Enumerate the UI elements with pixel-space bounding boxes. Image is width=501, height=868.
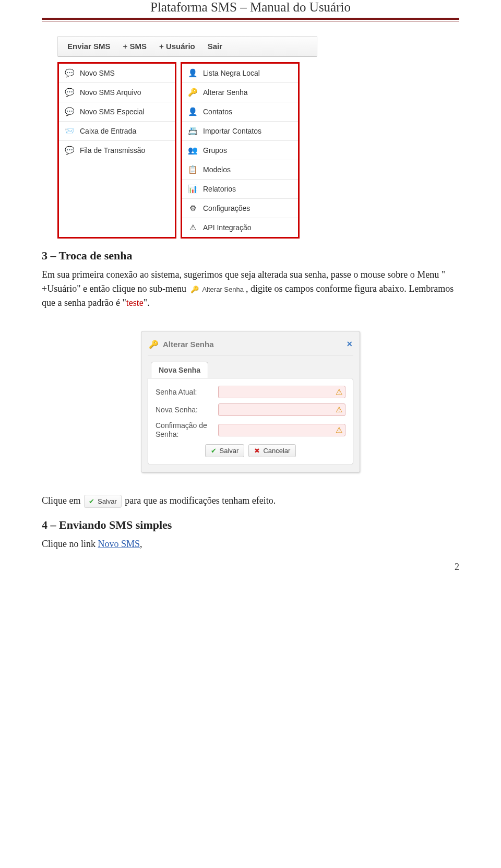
section-3-heading: 3 – Troca de senha	[42, 249, 459, 263]
section-3-paragraph: Em sua primeira conexão ao sistema, suge…	[42, 268, 459, 310]
figure-menus: Enviar SMS + SMS + Usuário Sair 💬 Novo S…	[57, 36, 459, 239]
menu-item-label: Contatos	[203, 108, 232, 116]
menu-item-label: API Integração	[203, 223, 252, 232]
menu-item-label: Importar Contatos	[203, 127, 261, 135]
nav-plus-usuario[interactable]: + Usuário	[159, 42, 195, 51]
menu-item-lista-negra[interactable]: 👤 Lista Negra Local	[182, 64, 298, 83]
button-label: Salvar	[220, 447, 239, 455]
import-icon: 📇	[187, 126, 198, 136]
text: ,	[140, 539, 142, 549]
menu-item-label: Relatorios	[203, 185, 236, 193]
alterar-senha-dialog: 🔑 Alterar Senha × Nova Senha Senha Atual…	[141, 331, 360, 473]
header-rule-thin	[42, 21, 459, 21]
menu-item-api-integracao[interactable]: ⚠ API Integração	[182, 218, 298, 237]
text: ".	[144, 298, 150, 308]
text: Clique em	[42, 495, 83, 506]
doc-header-title: Plataforma SMS – Manual do Usuário	[42, 0, 459, 18]
check-icon: ✔	[211, 447, 217, 455]
close-icon[interactable]: ×	[347, 339, 352, 350]
inline-chip-label: Alterar Senha	[202, 284, 244, 295]
menu-item-novo-sms-arquivo[interactable]: 💬 Novo SMS Arquivo	[59, 83, 175, 102]
chart-icon: 📊	[187, 184, 198, 194]
menu-item-novo-sms-especial[interactable]: 💬 Novo SMS Especial	[59, 102, 175, 122]
menu-item-configuracoes[interactable]: ⚙ Configurações	[182, 199, 298, 218]
novo-sms-link[interactable]: Novo SMS	[98, 539, 140, 549]
input-confirmacao-senha[interactable]	[218, 424, 345, 436]
warning-icon: ⚠	[336, 405, 342, 414]
template-icon: 📋	[187, 164, 198, 175]
text: para que as modificações tenham efeito.	[125, 495, 276, 506]
warning-icon: ⚠	[336, 387, 342, 397]
menu-item-importar-contatos[interactable]: 📇 Importar Contatos	[182, 122, 298, 141]
key-icon: 🔑	[190, 284, 199, 295]
user-icon: 👤	[187, 106, 198, 117]
section-3b-paragraph: Clique em ✔ Salvar para que as modificaç…	[42, 494, 459, 508]
menu-column-sms: 💬 Novo SMS 💬 Novo SMS Arquivo 💬 Novo SMS…	[57, 62, 176, 239]
nav-sair[interactable]: Sair	[208, 42, 222, 51]
menu-item-novo-sms[interactable]: 💬 Novo SMS	[59, 64, 175, 83]
nav-enviar-sms[interactable]: Enviar SMS	[67, 42, 111, 51]
menu-item-label: Fila de Transmissão	[80, 146, 145, 154]
menu-item-label: Novo SMS Arquivo	[80, 88, 141, 97]
section-4-heading: 4 – Enviando SMS simples	[42, 518, 459, 532]
menu-item-label: Modelos	[203, 165, 231, 174]
menu-item-modelos[interactable]: 📋 Modelos	[182, 160, 298, 180]
figure-dialog: 🔑 Alterar Senha × Nova Senha Senha Atual…	[141, 331, 360, 473]
key-icon: 🔑	[149, 340, 159, 349]
salvar-button[interactable]: ✔ Salvar	[205, 444, 245, 457]
menu-item-fila-transmissao[interactable]: 💬 Fila de Transmissão	[59, 141, 175, 160]
warning-icon: ⚠	[336, 425, 342, 435]
menu-item-label: Lista Negra Local	[203, 69, 260, 77]
cancelar-button[interactable]: ✖ Cancelar	[248, 444, 296, 457]
label-nova-senha: Nova Senha:	[156, 406, 218, 414]
section-4-paragraph: Clique no link Novo SMS,	[42, 537, 459, 551]
chat-add-icon: 💬	[64, 68, 75, 78]
group-icon: 👥	[187, 145, 198, 156]
menu-item-relatorios[interactable]: 📊 Relatorios	[182, 180, 298, 199]
text: Clique no link	[42, 539, 98, 549]
menu-item-label: Novo SMS Especial	[80, 108, 145, 116]
menu-item-label: Caixa de Entrada	[80, 127, 136, 135]
button-label: Cancelar	[263, 447, 290, 455]
user-block-icon: 👤	[187, 68, 198, 78]
chat-special-icon: 💬	[64, 106, 75, 117]
input-senha-atual[interactable]	[218, 386, 345, 398]
app-navbar: Enviar SMS + SMS + Usuário Sair	[57, 36, 317, 57]
menu-item-contatos[interactable]: 👤 Contatos	[182, 102, 298, 122]
tab-nova-senha[interactable]: Nova Senha	[151, 362, 208, 378]
dialog-title-text: Alterar Senha	[163, 340, 214, 349]
chat-file-icon: 💬	[64, 87, 75, 98]
menu-item-label: Grupos	[203, 146, 227, 154]
queue-icon: 💬	[64, 145, 75, 156]
check-icon: ✔	[89, 496, 94, 507]
warning-icon: ⚠	[187, 222, 198, 233]
label-confirmacao-senha: Confirmação de Senha:	[156, 421, 218, 439]
inline-chip-label: Salvar	[98, 496, 117, 507]
menu-item-label: Novo SMS	[80, 69, 115, 77]
menu-column-usuario: 👤 Lista Negra Local 🔑 Alterar Senha 👤 Co…	[181, 62, 300, 239]
menu-item-label: Configurações	[203, 204, 250, 212]
menu-item-caixa-entrada[interactable]: 📨 Caixa de Entrada	[59, 122, 175, 141]
menu-item-alterar-senha[interactable]: 🔑 Alterar Senha	[182, 83, 298, 102]
teste-word: teste	[126, 298, 144, 308]
header-rule-thick	[42, 18, 459, 20]
menu-item-grupos[interactable]: 👥 Grupos	[182, 141, 298, 160]
input-nova-senha[interactable]	[218, 403, 345, 416]
label-senha-atual: Senha Atual:	[156, 388, 218, 397]
gear-icon: ⚙	[187, 203, 198, 213]
key-icon: 🔑	[187, 87, 198, 98]
nav-plus-sms[interactable]: + SMS	[123, 42, 147, 51]
page-number: 2	[42, 562, 459, 573]
cancel-icon: ✖	[254, 447, 260, 455]
menu-item-label: Alterar Senha	[203, 88, 248, 97]
inbox-icon: 📨	[64, 126, 75, 136]
